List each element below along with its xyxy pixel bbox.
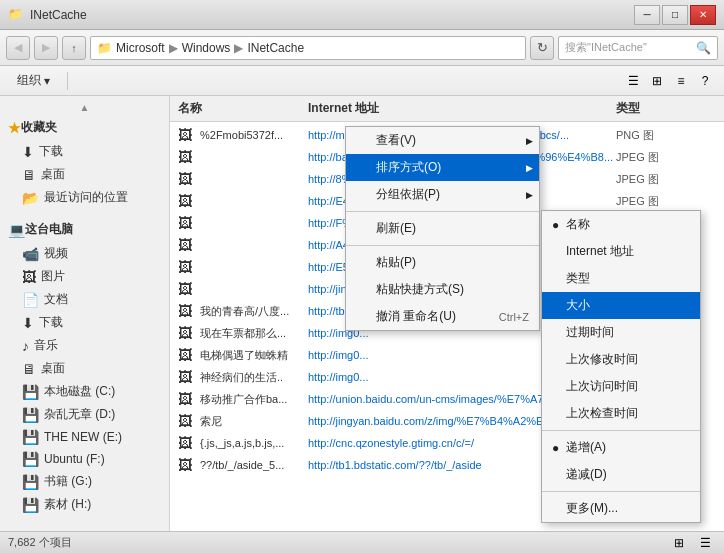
sidebar-recent-label: 最近访问的位置 [44, 189, 128, 206]
search-icon[interactable]: 🔍 [696, 41, 711, 55]
sidebar-item-download[interactable]: ⬇ 下载 [0, 140, 169, 163]
file-name: %2Fmobi5372f... [200, 129, 308, 141]
sidebar-drive-e-label: THE NEW (E:) [44, 430, 122, 444]
sort-desc-item[interactable]: 递减(D) [542, 461, 700, 488]
col-name-header[interactable]: 名称 [178, 100, 308, 117]
section-divider [0, 209, 169, 217]
sidebar-download-label: 下载 [39, 143, 63, 160]
sidebar-item-drive-e[interactable]: 💾 THE NEW (E:) [0, 426, 169, 448]
address-bar: ◀ ▶ ↑ 📁 Microsoft ▶ Windows ▶ INetCache … [0, 30, 724, 66]
sidebar-item-documents[interactable]: 📄 文档 [0, 288, 169, 311]
documents-icon: 📄 [22, 292, 39, 308]
menu-item-paste[interactable]: 粘贴(P) [346, 249, 539, 276]
sort-type-item[interactable]: 类型 [542, 265, 700, 292]
sidebar-scroll-up[interactable]: ▲ [0, 100, 169, 115]
sort-checked-item[interactable]: 上次检查时间 [542, 400, 700, 427]
sidebar-item-drive-c[interactable]: 💾 本地磁盘 (C:) [0, 380, 169, 403]
file-icon: 🖼 [178, 391, 196, 407]
view-details-button[interactable]: ≡ [670, 70, 692, 92]
file-icon: 🖼 [178, 303, 196, 319]
view-grid-button[interactable]: ⊞ [646, 70, 668, 92]
submenu-separator [542, 430, 700, 431]
sort-size-item[interactable]: 大小 [542, 292, 700, 319]
sort-accessed-item[interactable]: 上次访问时间 [542, 373, 700, 400]
menu-refresh-label: 刷新(E) [376, 220, 416, 237]
view-icons: ☰ ⊞ ≡ ? [622, 70, 716, 92]
file-icon: 🖼 [178, 281, 196, 297]
status-bar-right: ⊞ ☰ [668, 532, 716, 554]
path-microsoft: Microsoft [116, 41, 165, 55]
sidebar-item-pictures[interactable]: 🖼 图片 [0, 265, 169, 288]
file-type: JPEG 图 [616, 172, 716, 187]
sidebar-item-video[interactable]: 📹 视频 [0, 242, 169, 265]
sidebar-item-drive-h[interactable]: 💾 素材 (H:) [0, 493, 169, 516]
thispc-section[interactable]: 💻 这台电脑 [0, 217, 169, 242]
menu-item-sort[interactable]: 排序方式(O) ● 名称 Internet 地址 类型 [346, 154, 539, 181]
sort-name-label: 名称 [566, 216, 590, 233]
menu-item-view[interactable]: 查看(V) [346, 127, 539, 154]
pictures-icon: 🖼 [22, 269, 36, 285]
sidebar-item-desktop2[interactable]: 🖥 桌面 [0, 357, 169, 380]
sidebar-item-drive-g[interactable]: 💾 书籍 (G:) [0, 470, 169, 493]
sidebar: ▲ ★ 收藏夹 ⬇ 下载 🖥 桌面 📂 最近访问的位置 💻 这台电脑 📹 视频 … [0, 96, 170, 531]
sidebar-item-desktop[interactable]: 🖥 桌面 [0, 163, 169, 186]
file-name: 神经病们的生活.. [200, 370, 308, 385]
minimize-button[interactable]: ─ [634, 5, 660, 25]
sidebar-downloads2-label: 下载 [39, 314, 63, 331]
sort-more-label: 更多(M)... [566, 500, 618, 517]
drive-g-icon: 💾 [22, 474, 39, 490]
maximize-button[interactable]: □ [662, 5, 688, 25]
status-view-grid[interactable]: ⊞ [668, 532, 690, 554]
sort-size-label: 大小 [566, 297, 590, 314]
sidebar-item-recent[interactable]: 📂 最近访问的位置 [0, 186, 169, 209]
sort-url-item[interactable]: Internet 地址 [542, 238, 700, 265]
toolbar: 组织 ▾ ☰ ⊞ ≡ ? [0, 66, 724, 96]
organize-button[interactable]: 组织 ▾ [8, 70, 59, 92]
help-button[interactable]: ? [694, 70, 716, 92]
title-bar: 📁 INetCache ─ □ ✕ [0, 0, 724, 30]
view-list-button[interactable]: ☰ [622, 70, 644, 92]
sort-asc-item[interactable]: ● 递增(A) [542, 434, 700, 461]
main-area: ▲ ★ 收藏夹 ⬇ 下载 🖥 桌面 📂 最近访问的位置 💻 这台电脑 📹 视频 … [0, 96, 724, 531]
close-button[interactable]: ✕ [690, 5, 716, 25]
file-name: 索尼 [200, 414, 308, 429]
col-type-header[interactable]: 类型 [616, 100, 716, 117]
download-icon: ⬇ [22, 144, 34, 160]
favorites-section[interactable]: ★ 收藏夹 [0, 115, 169, 140]
address-input[interactable]: 📁 Microsoft ▶ Windows ▶ INetCache [90, 36, 526, 60]
sidebar-drive-c-label: 本地磁盘 (C:) [44, 383, 115, 400]
drive-h-icon: 💾 [22, 497, 39, 513]
window-title: INetCache [30, 8, 87, 22]
search-box[interactable]: 搜索"INetCache" 🔍 [558, 36, 718, 60]
sort-more-item[interactable]: 更多(M)... [542, 495, 700, 522]
content-area: 名称 Internet 地址 类型 🖼 %2Fmobi5372f... http… [170, 96, 724, 531]
sort-modified-item[interactable]: 上次修改时间 [542, 346, 700, 373]
col-url-header[interactable]: Internet 地址 [308, 100, 616, 117]
file-name: 电梯偶遇了蜘蛛精 [200, 348, 308, 363]
refresh-button[interactable]: ↻ [530, 36, 554, 60]
sort-expire-item[interactable]: 过期时间 [542, 319, 700, 346]
video-icon: 📹 [22, 246, 39, 262]
undo-shortcut: Ctrl+Z [499, 311, 529, 323]
sidebar-item-music[interactable]: ♪ 音乐 [0, 334, 169, 357]
sidebar-item-drive-d[interactable]: 💾 杂乱无章 (D:) [0, 403, 169, 426]
status-view-list[interactable]: ☰ [694, 532, 716, 554]
menu-item-undo[interactable]: 撤消 重命名(U) Ctrl+Z [346, 303, 539, 330]
file-icon: 🖼 [178, 413, 196, 429]
address-path: Microsoft ▶ Windows ▶ INetCache [116, 41, 304, 55]
sort-name-item[interactable]: ● 名称 [542, 211, 700, 238]
menu-item-group[interactable]: 分组依据(P) [346, 181, 539, 208]
sidebar-item-downloads2[interactable]: ⬇ 下载 [0, 311, 169, 334]
file-icon: 🖼 [178, 193, 196, 209]
file-icon: 🖼 [178, 127, 196, 143]
drive-e-icon: 💾 [22, 429, 39, 445]
forward-button[interactable]: ▶ [34, 36, 58, 60]
sidebar-item-drive-f[interactable]: 💾 Ubuntu (F:) [0, 448, 169, 470]
sort-modified-label: 上次修改时间 [566, 351, 638, 368]
back-button[interactable]: ◀ [6, 36, 30, 60]
menu-item-paste-shortcut[interactable]: 粘贴快捷方式(S) [346, 276, 539, 303]
menu-item-refresh[interactable]: 刷新(E) [346, 215, 539, 242]
app-icon: 📁 [8, 7, 24, 23]
sort-submenu: ● 名称 Internet 地址 类型 大小 [541, 210, 701, 523]
up-button[interactable]: ↑ [62, 36, 86, 60]
